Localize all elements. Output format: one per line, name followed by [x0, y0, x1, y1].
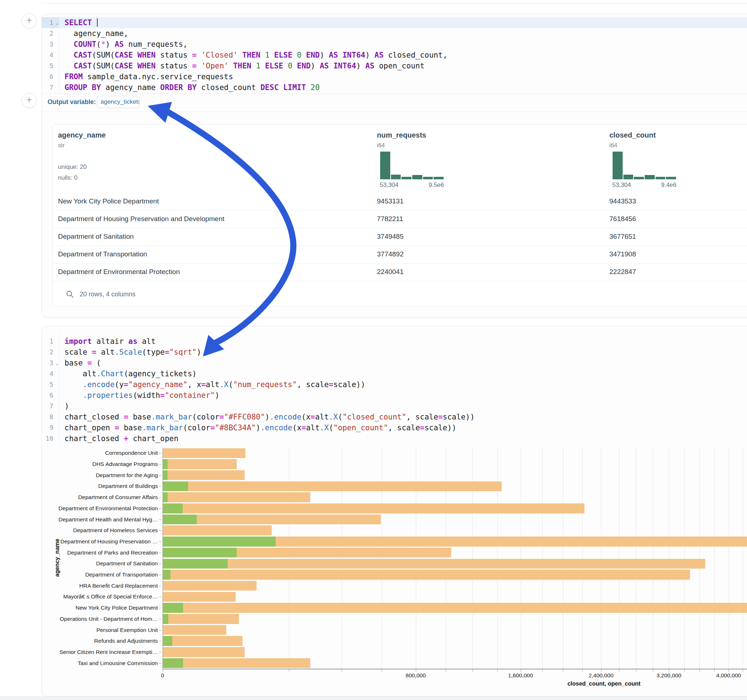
histogram-bar	[423, 177, 433, 180]
y-axis-label: Department of Health and Mental Hyg…	[58, 516, 158, 523]
y-axis-tick	[159, 663, 162, 664]
histogram-min: 53,304	[612, 181, 631, 189]
code-line[interactable]: 2scale = alt.Scale(type="sqrt")	[42, 347, 747, 358]
code-line[interactable]: 6 .properties(width="container")	[42, 390, 747, 401]
altair-bar-chart: Correspondence UnitDHS Advantage Program…	[47, 445, 747, 687]
line-number: 5	[42, 379, 59, 390]
y-axis-label: DHS Advantage Programs	[92, 461, 158, 468]
table-row[interactable]: Department of Transportation377489234719…	[53, 246, 747, 264]
code-line[interactable]: 9chart_open = base.mark_bar(color="#8BC3…	[42, 422, 747, 433]
code-line[interactable]: 6FROM sample_data.nyc.service_requests	[42, 71, 747, 82]
x-axis-tick-label: 4,000,000	[716, 672, 741, 679]
y-axis-tick	[159, 464, 162, 465]
x-axis-tick	[472, 669, 473, 671]
bar-closed-count	[163, 636, 242, 646]
gridline	[382, 448, 382, 669]
bar-closed-count	[163, 592, 236, 602]
gridline	[653, 448, 653, 669]
bar-closed-count	[163, 581, 257, 591]
column-type: i64	[609, 142, 617, 149]
bar-closed-count	[163, 459, 237, 469]
table-row[interactable]: Department of Sanitation37494853677651	[53, 228, 747, 246]
y-axis-tick	[159, 520, 162, 520]
x-axis-tick	[542, 669, 543, 671]
x-axis-line	[163, 669, 747, 669]
bar-open-count	[163, 548, 237, 558]
table-cell: New York City Police Department	[58, 197, 159, 205]
code-line[interactable]: 4 alt.Chart(agency_tickets)	[42, 368, 747, 379]
sql-code-editor[interactable]: 1⌄SELECT 2 agency_name,3 COUNT(*) AS num…	[42, 17, 747, 93]
gridline	[636, 448, 637, 669]
bar-open-count	[163, 658, 183, 668]
gridline	[542, 448, 543, 669]
y-axis-label: Correspondence Unit	[105, 450, 158, 456]
column-header[interactable]: closed_count	[609, 131, 656, 139]
y-axis-tick	[159, 508, 162, 509]
table-row[interactable]: Department of Housing Preservation and D…	[53, 211, 747, 228]
column-header[interactable]: num_requests	[377, 131, 426, 139]
table-cell: 3677651	[609, 232, 636, 241]
histogram-bar	[434, 177, 444, 180]
table-row[interactable]: Department of Environmental Protection22…	[53, 264, 747, 281]
histogram-bar	[380, 152, 390, 180]
table-footer: 20 rows, 4 columns	[53, 284, 747, 306]
y-axis-label: Senior Citizen Rent Increase Exempti…	[59, 649, 158, 655]
gridline	[582, 448, 583, 669]
y-axis-tick	[159, 553, 162, 553]
column-header[interactable]: agency_name	[58, 131, 106, 139]
code-line[interactable]: 1⌄SELECT	[42, 17, 747, 28]
add-cell-button[interactable]: +	[22, 13, 37, 29]
code-line[interactable]: 7)	[42, 401, 747, 412]
collapse-chevron-icon[interactable]: ⌄	[56, 18, 58, 29]
code-line[interactable]: 8chart_closed = base.mark_bar(color="#FF…	[42, 412, 747, 422]
code-line[interactable]: 1import altair as alt	[42, 336, 747, 347]
y-axis-label: Department of Transportation	[85, 572, 158, 578]
output-variable-row: Output variable: agency_tickets	[42, 93, 747, 112]
line-number: 1⌄	[42, 17, 59, 28]
code-line[interactable]: 4 CAST(SUM(CASE WHEN status = 'Closed' T…	[42, 50, 747, 60]
gridline	[601, 448, 602, 669]
code-line[interactable]: 10chart_closed + chart_open	[42, 433, 747, 444]
code-line[interactable]: 7GROUP BY agency_name ORDER BY closed_co…	[42, 82, 747, 93]
code-line[interactable]: 5 CAST(SUM(CASE WHEN status = 'Open' THE…	[42, 60, 747, 71]
y-axis-tick	[159, 497, 162, 498]
y-axis-tick	[159, 564, 162, 564]
bar-open-count	[163, 514, 197, 525]
table-row[interactable]: New York City Police Department945313194…	[53, 193, 747, 211]
bar-closed-count	[163, 570, 690, 580]
histogram-bar	[412, 175, 422, 180]
x-axis-tick	[521, 669, 521, 671]
collapse-chevron-icon[interactable]: ⌄	[56, 358, 58, 369]
table-cell: 2240041	[377, 268, 404, 276]
code-line[interactable]: 3 COUNT(*) AS num_requests,	[42, 39, 747, 50]
code-line[interactable]: 2 agency_name,	[42, 28, 747, 39]
table-cell: 3749485	[377, 232, 404, 241]
y-axis-tick	[159, 575, 162, 575]
x-axis-tick	[619, 669, 620, 671]
table-cell: Department of Transportation	[58, 250, 147, 258]
result-table: agency_name str unique: 20 nulls: 0 num_…	[52, 124, 747, 306]
gridline	[669, 448, 669, 669]
bar-open-count	[163, 636, 172, 646]
x-axis-title: closed_count, open_count	[564, 680, 644, 687]
python-code-editor[interactable]: 1import altair as alt2scale = alt.Scale(…	[42, 336, 747, 444]
gridline	[699, 448, 700, 669]
bar-closed-count	[163, 492, 310, 502]
y-axis-label: Operations Unit - Department of Hom…	[60, 616, 158, 622]
search-icon[interactable]	[66, 290, 74, 298]
column-histogram	[380, 152, 444, 180]
y-axis-label: Department of Sanitation	[96, 560, 158, 567]
table-cell: 9453131	[377, 197, 404, 205]
x-axis-tick	[653, 669, 653, 671]
gridline	[446, 448, 446, 669]
histogram-bar	[655, 177, 665, 180]
bar-closed-count	[163, 481, 502, 492]
histogram-bar	[401, 177, 411, 180]
code-line[interactable]: 3⌄base = (	[42, 358, 747, 368]
output-variable-pill[interactable]: agency_tickets	[97, 96, 139, 108]
y-axis-tick	[159, 486, 162, 486]
add-cell-button[interactable]: +	[22, 93, 37, 108]
bar-closed-count	[163, 614, 239, 624]
line-number: 4	[42, 368, 59, 379]
code-line[interactable]: 5 .encode(y="agency_name", x=alt.X("num_…	[42, 379, 747, 390]
